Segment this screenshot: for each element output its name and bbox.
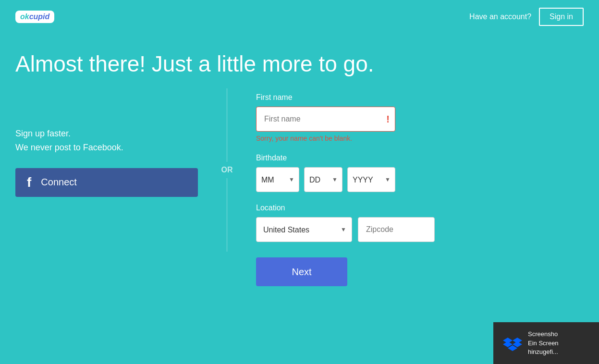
notif-subtitle: Ein Screen hinzugefi... <box>528 339 559 356</box>
notif-title: Screensho <box>528 330 559 339</box>
first-name-group: First name ! Sorry, your name can't be b… <box>256 93 584 142</box>
notification-text: Screensho Ein Screen hinzugefi... <box>528 330 559 356</box>
left-panel: Sign up faster. We never post to Faceboo… <box>15 88 217 197</box>
logo[interactable]: okcupid <box>15 11 54 23</box>
country-select[interactable]: United States <box>256 217 352 242</box>
day-select[interactable]: DD <box>304 167 342 192</box>
logo-cupid: cupid <box>29 12 50 21</box>
first-name-input[interactable] <box>256 107 395 132</box>
logo-ok: ok <box>20 12 29 21</box>
month-select[interactable]: MM <box>256 167 299 192</box>
month-select-wrapper: MM <box>256 167 299 192</box>
signup-faster-text: Sign up faster. We never post to Faceboo… <box>15 127 198 155</box>
year-select[interactable]: YYYY <box>347 167 395 192</box>
country-select-wrapper: United States <box>256 217 352 242</box>
birthdate-selects: MM DD YYYY <box>256 167 584 192</box>
day-select-wrapper: DD <box>304 167 342 192</box>
birthdate-label: Birthdate <box>256 154 584 162</box>
facebook-connect-button[interactable]: f Connect <box>15 168 198 197</box>
next-button[interactable]: Next <box>256 257 347 286</box>
header-right: Have an account? Sign in <box>469 8 584 26</box>
first-name-error: Sorry, your name can't be blank. <box>256 134 584 142</box>
birthdate-group: Birthdate MM DD YYYY <box>256 154 584 192</box>
dropbox-icon <box>503 334 522 353</box>
sign-in-button[interactable]: Sign in <box>539 8 584 26</box>
facebook-icon: f <box>27 175 31 190</box>
first-name-label: First name <box>256 93 584 102</box>
header: okcupid Have an account? Sign in <box>0 0 599 34</box>
location-label: Location <box>256 204 584 212</box>
location-group: Location United States <box>256 204 584 242</box>
first-name-input-wrapper: ! <box>256 107 395 132</box>
or-divider: OR <box>217 88 237 252</box>
zipcode-input[interactable] <box>358 217 435 242</box>
screenshot-notification: Screensho Ein Screen hinzugefi... <box>493 322 599 364</box>
content-area: Sign up faster. We never post to Faceboo… <box>0 88 599 286</box>
vertical-line: OR <box>227 88 227 252</box>
connect-label: Connect <box>41 177 77 188</box>
signup-form: First name ! Sorry, your name can't be b… <box>237 88 584 286</box>
page-heading: Almost there! Just a little more to go. <box>0 34 599 88</box>
location-row: United States <box>256 217 584 242</box>
error-icon: ! <box>386 114 390 125</box>
or-text: OR <box>220 162 235 178</box>
have-account-text: Have an account? <box>469 12 531 21</box>
year-select-wrapper: YYYY <box>347 167 395 192</box>
